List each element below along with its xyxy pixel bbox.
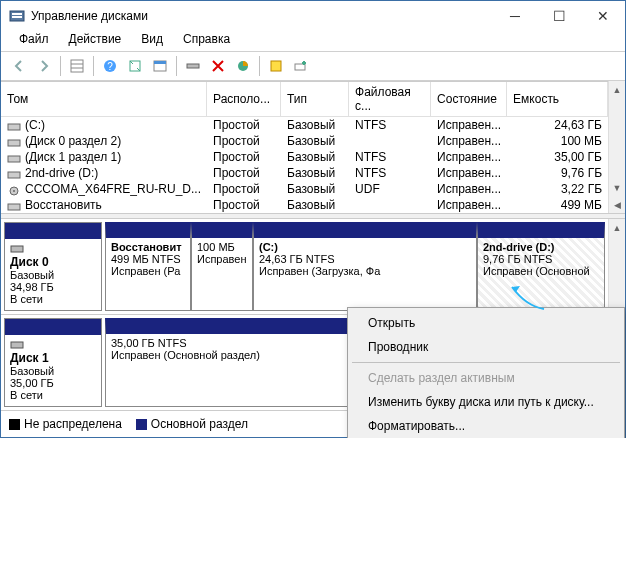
cell-layout: Простой	[207, 149, 281, 165]
ctx-separator	[352, 362, 620, 363]
partition-2nd-drive[interactable]: 2nd-drive (D:) 9,76 ГБ NTFS Исправен (Ос…	[477, 222, 605, 311]
back-button[interactable]	[7, 54, 31, 78]
volume-icon	[7, 153, 21, 163]
svg-text:?: ?	[107, 61, 113, 72]
volume-icon	[7, 121, 21, 131]
volume-icon	[7, 169, 21, 179]
minimize-button[interactable]: ─	[493, 1, 537, 31]
scroll-left-arrow[interactable]: ◀	[609, 196, 625, 213]
cell-fs: NTFS	[349, 117, 431, 133]
chart-icon[interactable]	[231, 54, 255, 78]
col-fs[interactable]: Файловая с...	[349, 82, 431, 117]
menu-help[interactable]: Справка	[173, 31, 240, 51]
ctx-make-active: Сделать раздел активным	[350, 366, 622, 390]
context-menu: Открыть Проводник Сделать раздел активны…	[347, 307, 625, 438]
ctx-open[interactable]: Открыть	[350, 311, 622, 335]
table-header-row: Том Располо... Тип Файловая с... Состоян…	[1, 82, 608, 117]
new-volume-icon[interactable]	[289, 54, 313, 78]
svg-rect-2	[12, 16, 22, 18]
properties-button[interactable]	[148, 54, 172, 78]
cell-status: Исправен...	[431, 181, 507, 197]
cell-fs	[349, 133, 431, 149]
table-row[interactable]: CCCOMA_X64FRE_RU-RU_D...ПростойБазовыйUD…	[1, 181, 608, 197]
svg-rect-3	[71, 60, 83, 72]
cell-type: Базовый	[281, 197, 349, 213]
help-icon[interactable]: ?	[98, 54, 122, 78]
svg-rect-17	[8, 156, 20, 162]
svg-point-20	[13, 190, 15, 192]
cell-type: Базовый	[281, 149, 349, 165]
table-row[interactable]: (Диск 1 раздел 1)ПростойБазовыйNTFSИспра…	[1, 149, 608, 165]
cell-volume: 2nd-drive (D:)	[1, 165, 207, 181]
cell-cap: 24,63 ГБ	[507, 117, 608, 133]
svg-rect-10	[154, 61, 166, 64]
scroll-up-arrow[interactable]: ▲	[609, 81, 625, 98]
cell-layout: Простой	[207, 117, 281, 133]
wizard-icon[interactable]	[264, 54, 288, 78]
refresh-button[interactable]	[123, 54, 147, 78]
scroll-up-arrow[interactable]: ▲	[609, 219, 625, 236]
disk-icon	[10, 243, 24, 255]
col-volume[interactable]: Том	[1, 82, 207, 117]
menu-action[interactable]: Действие	[59, 31, 132, 51]
cell-layout: Простой	[207, 165, 281, 181]
disk-header-1[interactable]: Диск 1 Базовый 35,00 ГБ В сети	[4, 318, 102, 407]
cell-status: Исправен...	[431, 149, 507, 165]
volume-table: Том Располо... Тип Файловая с... Состоян…	[1, 81, 608, 213]
cell-status: Исправен...	[431, 133, 507, 149]
svg-rect-22	[11, 246, 23, 252]
cell-type: Базовый	[281, 165, 349, 181]
ctx-format[interactable]: Форматировать...	[350, 414, 622, 438]
drive-button[interactable]	[181, 54, 205, 78]
tool-bar: ?	[1, 51, 625, 81]
cell-volume: Восстановить	[1, 197, 207, 213]
svg-rect-1	[12, 13, 22, 15]
layout-list-button[interactable]	[65, 54, 89, 78]
partition-c[interactable]: (C:) 24,63 ГБ NTFS Исправен (Загрузка, Ф…	[253, 222, 477, 311]
table-row[interactable]: 2nd-drive (D:)ПростойБазовыйNTFSИсправен…	[1, 165, 608, 181]
legend-primary: Основной раздел	[136, 417, 248, 431]
menu-view[interactable]: Вид	[131, 31, 173, 51]
col-status[interactable]: Состояние	[431, 82, 507, 117]
cell-fs	[349, 197, 431, 213]
cell-cap: 499 МБ	[507, 197, 608, 213]
cell-fs: NTFS	[349, 149, 431, 165]
cell-layout: Простой	[207, 181, 281, 197]
svg-rect-21	[8, 204, 20, 210]
delete-icon[interactable]	[206, 54, 230, 78]
col-cap[interactable]: Емкость	[507, 82, 608, 117]
svg-rect-15	[8, 124, 20, 130]
cell-volume: (Диск 1 раздел 1)	[1, 149, 207, 165]
ctx-change-letter[interactable]: Изменить букву диска или путь к диску...	[350, 390, 622, 414]
table-scrollbar[interactable]: ▲ ▼ ◀	[608, 81, 625, 213]
cell-status: Исправен...	[431, 117, 507, 133]
col-type[interactable]: Тип	[281, 82, 349, 117]
cell-layout: Простой	[207, 133, 281, 149]
partition-efi[interactable]: 100 МБ Исправен	[191, 222, 253, 311]
svg-rect-16	[8, 140, 20, 146]
menu-file[interactable]: Файл	[9, 31, 59, 51]
app-icon	[9, 8, 25, 24]
table-row[interactable]: (Диск 0 раздел 2)ПростойБазовыйИсправен.…	[1, 133, 608, 149]
partition-recovery[interactable]: Восстановит 499 МБ NTFS Исправен (Ра	[105, 222, 191, 311]
svg-rect-18	[8, 172, 20, 178]
cell-status: Исправен...	[431, 165, 507, 181]
svg-rect-23	[11, 342, 23, 348]
table-row[interactable]: (C:)ПростойБазовыйNTFSИсправен...24,63 Г…	[1, 117, 608, 133]
cell-cap: 3,22 ГБ	[507, 181, 608, 197]
close-button[interactable]: ✕	[581, 1, 625, 31]
volume-icon	[7, 201, 21, 211]
forward-button[interactable]	[32, 54, 56, 78]
ctx-explorer[interactable]: Проводник	[350, 335, 622, 359]
svg-rect-11	[187, 64, 199, 68]
scroll-down-arrow[interactable]: ▼	[609, 179, 625, 196]
table-row[interactable]: ВосстановитьПростойБазовыйИсправен...499…	[1, 197, 608, 213]
cell-volume: CCCOMA_X64FRE_RU-RU_D...	[1, 181, 207, 197]
disk-header-0[interactable]: Диск 0 Базовый 34,98 ГБ В сети	[4, 222, 102, 311]
cell-volume: (C:)	[1, 117, 207, 133]
cell-cap: 9,76 ГБ	[507, 165, 608, 181]
cell-status: Исправен...	[431, 197, 507, 213]
cell-type: Базовый	[281, 133, 349, 149]
col-layout[interactable]: Располо...	[207, 82, 281, 117]
maximize-button[interactable]: ☐	[537, 1, 581, 31]
